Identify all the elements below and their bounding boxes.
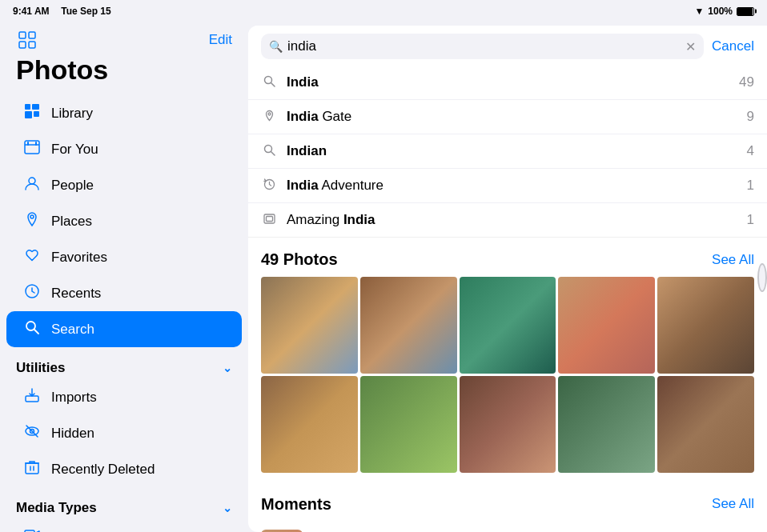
svg-line-33 [271, 83, 275, 87]
suggestion-search-icon-3 [261, 144, 277, 158]
photo-thumb-7[interactable] [360, 376, 457, 473]
photo-thumb-3[interactable] [460, 277, 556, 374]
status-bar-left: 9:41 AM Tue Sep 15 [13, 6, 111, 17]
suggestion-left-amazing-india: Amazing India [261, 212, 375, 228]
sidebar-title: Photos [0, 54, 248, 95]
search-bar-container: 🔍 ✕ Cancel [248, 26, 767, 66]
svg-rect-10 [27, 142, 29, 146]
svg-rect-0 [19, 32, 26, 38]
suggestion-count-india-adventure: 1 [747, 178, 754, 194]
people-label: People [51, 178, 94, 194]
search-bar-icon: 🔍 [269, 40, 283, 53]
suggestion-left-indian: Indian [261, 143, 327, 159]
videos-item[interactable]: Videos [6, 519, 242, 532]
hidden-label: Hidden [51, 426, 94, 442]
recents-item[interactable]: Recents [6, 275, 242, 311]
recently-deleted-item[interactable]: Recently Deleted [6, 451, 242, 487]
search-item[interactable]: Search [6, 311, 242, 347]
svg-rect-11 [35, 142, 37, 146]
moments-see-all-button[interactable]: See All [712, 496, 754, 512]
suggestion-amazing-india[interactable]: Amazing India 1 [248, 203, 767, 237]
library-label: Library [51, 106, 93, 122]
svg-rect-5 [32, 104, 39, 110]
suggestion-text-india: India [287, 74, 319, 90]
search-clear-button[interactable]: ✕ [685, 39, 696, 54]
photo-thumb-9[interactable] [558, 376, 655, 473]
videos-label: Videos [51, 530, 93, 533]
suggestion-count-india-gate: 9 [747, 109, 754, 125]
svg-line-16 [34, 330, 38, 334]
suggestion-search-icon-1 [261, 75, 277, 90]
edit-button[interactable]: Edit [209, 32, 232, 48]
suggestion-album-icon [261, 213, 277, 227]
photo-thumb-1[interactable] [261, 277, 358, 374]
for-you-item[interactable]: For You [6, 131, 242, 167]
library-icon [22, 103, 42, 123]
photo-thumb-8[interactable] [460, 376, 556, 473]
moment-thumb-candolim [261, 530, 303, 532]
suggestion-indian[interactable]: Indian 4 [248, 134, 767, 169]
suggestion-india-adventure[interactable]: India Adventure 1 [248, 169, 767, 203]
moments-section-header: Moments See All [261, 489, 754, 522]
recents-label: Recents [51, 286, 101, 302]
library-item[interactable]: Library [6, 95, 242, 131]
for-you-icon [22, 139, 42, 159]
hidden-item[interactable]: Hidden [6, 415, 242, 451]
battery-fill [737, 8, 753, 15]
search-nav-icon [22, 319, 42, 339]
favorites-icon [22, 247, 42, 267]
photos-see-all-button[interactable]: See All [712, 252, 754, 268]
moments-section: Moments See All Candolim May 13, 2019 6 … [261, 489, 754, 532]
for-you-label: For You [51, 142, 98, 158]
suggestion-india-gate[interactable]: India Gate 9 [248, 100, 767, 134]
home-button[interactable] [757, 263, 767, 292]
suggestion-text-india-adventure: India Adventure [287, 178, 384, 194]
photos-grid [261, 277, 754, 473]
favorites-item[interactable]: Favorites [6, 239, 242, 275]
photo-thumb-2[interactable] [360, 277, 457, 374]
content-area: 49 Photos See All Moments See All [248, 238, 767, 532]
sidebar-grid-icon[interactable] [16, 29, 38, 51]
right-panel: 🔍 ✕ Cancel India 49 [248, 26, 767, 532]
svg-point-34 [268, 113, 271, 115]
battery-label: 100% [708, 6, 733, 17]
date: Tue Sep 15 [61, 6, 110, 17]
recently-deleted-icon [22, 459, 42, 479]
people-icon [22, 175, 42, 195]
wifi-icon: ▼ [694, 6, 704, 17]
svg-rect-3 [29, 42, 35, 48]
imports-item[interactable]: Imports [6, 379, 242, 415]
photo-thumb-5[interactable] [657, 277, 754, 374]
suggestion-text-amazing-india: Amazing India [287, 212, 375, 228]
photo-thumb-6[interactable] [261, 376, 358, 473]
suggestion-text-indian: Indian [287, 143, 327, 159]
media-types-chevron[interactable]: ⌄ [223, 502, 232, 514]
sidebar-header: Edit [0, 22, 248, 54]
suggestion-location-icon [261, 110, 277, 124]
svg-rect-2 [19, 42, 26, 48]
media-types-label: Media Types [16, 500, 97, 516]
hidden-icon [22, 423, 42, 443]
photo-thumb-10[interactable] [657, 376, 754, 473]
svg-rect-17 [26, 396, 38, 402]
suggestion-left-india-gate: India Gate [261, 109, 351, 125]
svg-rect-6 [25, 111, 32, 118]
svg-rect-21 [26, 463, 38, 474]
svg-rect-8 [25, 141, 39, 154]
places-item[interactable]: Places [6, 203, 242, 239]
search-input[interactable] [287, 38, 681, 54]
suggestion-text-india-gate: India Gate [287, 109, 351, 125]
sidebar: Edit Photos Library [0, 22, 248, 532]
cancel-button[interactable]: Cancel [712, 38, 754, 54]
svg-rect-4 [25, 104, 30, 110]
utilities-chevron[interactable]: ⌄ [223, 362, 232, 374]
places-icon [22, 211, 42, 231]
people-item[interactable]: People [6, 167, 242, 203]
svg-rect-7 [34, 111, 39, 117]
suggestion-count-amazing-india: 1 [747, 212, 754, 228]
moment-candolim[interactable]: Candolim May 13, 2019 6 › [261, 522, 754, 532]
suggestion-india[interactable]: India 49 [248, 66, 767, 100]
svg-rect-1 [29, 32, 35, 38]
svg-rect-39 [266, 217, 272, 222]
photo-thumb-4[interactable] [558, 277, 655, 374]
